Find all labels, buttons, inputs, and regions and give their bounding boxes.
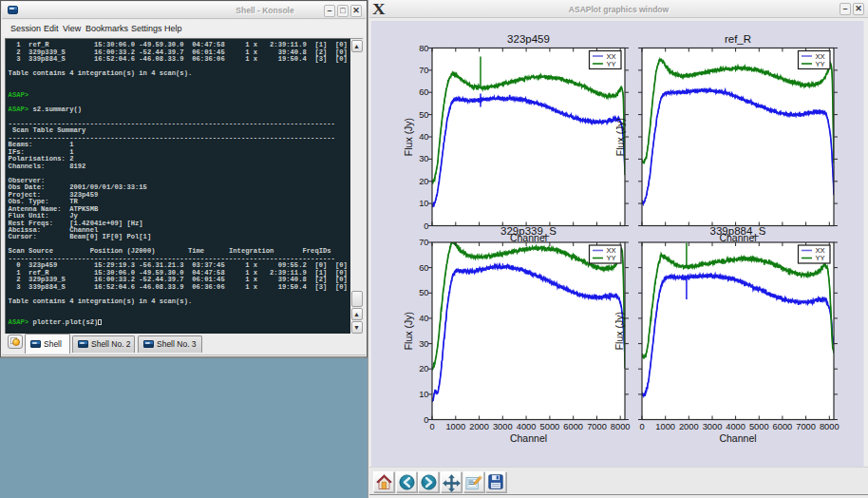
svg-text:8000: 8000 [820, 422, 840, 431]
svg-text:0: 0 [639, 422, 644, 431]
svg-text:60: 60 [419, 87, 428, 97]
svg-text:70: 70 [419, 238, 428, 247]
svg-text:0: 0 [424, 221, 428, 231]
svg-text:ref_R: ref_R [725, 33, 751, 45]
svg-text:70: 70 [419, 66, 428, 75]
svg-text:339p884_S: 339p884_S [710, 225, 766, 237]
svg-text:329p339_S: 329p339_S [500, 225, 557, 237]
svg-text:4000: 4000 [726, 422, 745, 431]
svg-text:Channel: Channel [719, 432, 756, 444]
svg-text:Channel: Channel [510, 432, 547, 444]
svg-text:7000: 7000 [587, 422, 607, 431]
svg-text:0: 0 [424, 415, 428, 425]
svg-text:30: 30 [419, 154, 428, 163]
svg-text:5000: 5000 [749, 422, 769, 431]
svg-text:8000: 8000 [611, 422, 631, 431]
svg-text:Flux (Jy): Flux (Jy) [403, 312, 414, 350]
svg-text:Flux (Jy): Flux (Jy) [403, 118, 414, 156]
svg-text:6000: 6000 [773, 422, 793, 431]
svg-text:50: 50 [419, 288, 428, 297]
svg-text:YY: YY [607, 254, 616, 262]
svg-text:30: 30 [419, 339, 428, 349]
svg-text:1000: 1000 [655, 422, 675, 431]
svg-text:40: 40 [419, 132, 428, 142]
svg-text:50: 50 [419, 110, 428, 120]
svg-text:60: 60 [419, 263, 428, 273]
svg-text:20: 20 [419, 177, 428, 186]
svg-text:10: 10 [419, 199, 428, 208]
svg-text:3000: 3000 [703, 422, 723, 431]
svg-text:YY: YY [607, 60, 616, 68]
svg-text:Flux (Jy): Flux (Jy) [614, 118, 626, 156]
svg-text:5000: 5000 [540, 422, 560, 431]
svg-text:Flux (Jy): Flux (Jy) [614, 312, 626, 350]
svg-text:323p459: 323p459 [507, 33, 550, 45]
svg-text:80: 80 [419, 44, 428, 53]
svg-text:6000: 6000 [563, 422, 583, 431]
svg-text:2000: 2000 [679, 422, 699, 431]
svg-text:3000: 3000 [493, 422, 513, 431]
svg-text:2000: 2000 [469, 422, 489, 431]
svg-text:40: 40 [419, 314, 428, 323]
svg-text:YY: YY [816, 254, 825, 262]
svg-text:0: 0 [429, 422, 434, 431]
svg-text:20: 20 [419, 364, 428, 374]
svg-text:4000: 4000 [517, 422, 537, 431]
svg-text:YY: YY [816, 60, 825, 68]
svg-text:10: 10 [419, 390, 428, 399]
svg-text:7000: 7000 [796, 422, 816, 431]
svg-text:1000: 1000 [445, 422, 465, 431]
